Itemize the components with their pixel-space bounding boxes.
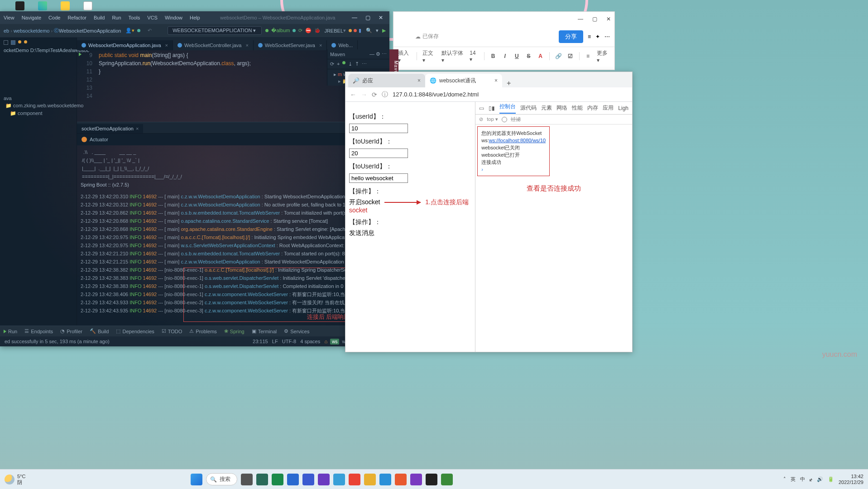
task-icon[interactable]: ☑ (567, 53, 574, 60)
more-dropdown[interactable]: 更多 ▾ (597, 49, 610, 63)
italic-icon[interactable]: I (502, 53, 508, 60)
tool-profiler[interactable]: ◔ Profiler (60, 328, 82, 334)
headings-icon[interactable]: ≡ (588, 34, 591, 40)
send-msg-button[interactable]: 发送消息 (349, 229, 471, 237)
line-sep[interactable]: LF (272, 339, 278, 344)
userid-input[interactable] (349, 124, 408, 133)
close-icon[interactable]: × (494, 77, 498, 84)
tool-run[interactable]: Run (4, 329, 17, 334)
browser-tab[interactable]: 🔎必应× (348, 74, 425, 87)
context-selector[interactable]: top ▾ (487, 116, 498, 122)
taskbar-app-icon[interactable] (272, 474, 283, 485)
ai-icon[interactable]: ✦ (595, 34, 600, 40)
tool-endpoints[interactable]: ☰ Endpoints (24, 328, 53, 334)
taskbar-app-icon[interactable] (441, 474, 453, 485)
device-icon[interactable]: ▯▮ (489, 105, 495, 111)
close-icon[interactable]: ✕ (379, 14, 383, 21)
system-tray[interactable]: ˄ 英 中 ⸙ 🔊 🔋 13:422022/12/29 (783, 474, 863, 485)
taskbar-app-icon[interactable] (241, 474, 253, 485)
devtools-tab-app[interactable]: 应用 (603, 104, 614, 112)
tool-todo[interactable]: ☑ TODO (162, 328, 182, 334)
link-icon[interactable]: 🔗 (555, 53, 562, 60)
more-icon[interactable]: ⋯ (604, 34, 610, 40)
filter-input[interactable]: 过滤 (511, 116, 521, 123)
inspect-icon[interactable]: ▭ (479, 105, 484, 111)
start-button[interactable] (191, 474, 202, 485)
actuator-bar[interactable]: Actuator (77, 134, 389, 145)
ime-lang[interactable]: 英 (791, 476, 796, 483)
strike-icon[interactable]: S (525, 53, 532, 60)
info-icon[interactable]: ⓘ (382, 91, 388, 99)
minimize-icon[interactable]: — (578, 16, 583, 22)
taskbar-search[interactable]: 🔍 搜索 (206, 473, 237, 485)
encoding[interactable]: UTF-8 (282, 339, 296, 344)
indent[interactable]: 4 spaces (300, 339, 320, 344)
clock[interactable]: 13:422022/12/29 (839, 474, 863, 485)
taskbar-app-icon[interactable] (410, 474, 422, 485)
taskbar-app-icon[interactable] (287, 474, 299, 485)
style-dropdown[interactable]: 正文 ▾ (422, 49, 436, 63)
reload-icon[interactable]: ⟳ (372, 91, 377, 98)
menu-window[interactable]: Window (161, 15, 186, 20)
close-icon[interactable]: × (136, 126, 139, 131)
weather-widget[interactable]: 5°C阴 (5, 474, 25, 485)
font-dropdown[interactable]: 默认字体 ▾ (441, 49, 465, 63)
run-icon[interactable] (265, 29, 269, 32)
close-icon[interactable]: × (417, 77, 421, 84)
tool-build[interactable]: 🔨 Build (90, 328, 109, 334)
maximize-icon[interactable]: ▢ (365, 14, 370, 21)
editor-tab[interactable]: Web... (327, 40, 358, 50)
desktop-app-icon[interactable] (61, 1, 70, 10)
new-tab-button[interactable]: + (502, 79, 515, 87)
maximize-icon[interactable]: ▢ (592, 16, 597, 22)
tool-spring[interactable]: ❀ Spring (224, 328, 245, 334)
url-input[interactable] (393, 91, 628, 98)
volume-icon[interactable]: 🔊 (817, 476, 823, 482)
open-socket-button[interactable]: 开启socket (349, 198, 380, 206)
menu-navigate[interactable]: Navigate (18, 15, 45, 20)
devtools-tab-elements[interactable]: 元素 (541, 104, 552, 112)
breadcrumb[interactable]: WebsocketDemoApplication (59, 28, 121, 34)
devtools-tab-perf[interactable]: 性能 (572, 104, 583, 112)
breadcrumb[interactable]: eb (4, 28, 9, 34)
tool-terminal[interactable]: ▣ Terminal (252, 328, 277, 334)
menu-run[interactable]: Run (108, 15, 125, 20)
tree-item[interactable]: 📁 component (2, 110, 75, 117)
forward-icon[interactable]: → (361, 91, 367, 98)
tree-item[interactable]: ava (2, 95, 75, 102)
devtools-tab-network[interactable]: 网络 (556, 104, 567, 112)
jrebel-run-icon[interactable]: ▶ (382, 28, 386, 34)
menu-code[interactable]: Code (45, 15, 64, 20)
chevron-up-icon[interactable]: ˄ (783, 476, 786, 482)
taskbar-app-icon[interactable] (379, 474, 391, 485)
project-tree[interactable]: ocketDemo D:\Temp\TestAdea\websoc ava 📁 … (0, 38, 77, 326)
taskbar-app-icon[interactable] (302, 474, 314, 485)
taskbar-app-icon[interactable] (333, 474, 345, 485)
eye-icon[interactable] (502, 117, 507, 122)
ime-mode[interactable]: 中 (800, 476, 805, 483)
debug-icon[interactable]: �album (271, 28, 290, 34)
close-icon[interactable]: ✕ (606, 16, 611, 22)
close-icon[interactable]: × (245, 43, 248, 48)
size-dropdown[interactable]: 14 ▾ (470, 50, 479, 62)
search-icon[interactable]: 🔍 (366, 28, 372, 34)
list-icon[interactable]: ≡ (585, 53, 591, 60)
menu-vcs[interactable]: VCS (144, 15, 161, 20)
desktop-app-icon[interactable] (38, 1, 47, 10)
devtools-tab-console[interactable]: 控制台 (499, 103, 516, 114)
taskbar-app-icon[interactable] (256, 474, 268, 485)
menu-build[interactable]: Build (90, 15, 108, 20)
bold-icon[interactable]: B (490, 53, 496, 60)
run-console[interactable]: .\\ . ____ __ __ _ /( ( )\\___ | '_ | '_… (77, 145, 389, 326)
close-icon[interactable]: × (319, 43, 322, 48)
insert-dropdown[interactable]: 插入 ▾ (398, 49, 411, 63)
touserid-input[interactable] (349, 149, 408, 158)
editor-tab[interactable]: WebSocketController.java× (173, 40, 254, 50)
taskbar-app-icon[interactable] (395, 474, 407, 485)
back-icon[interactable]: ← (350, 91, 356, 98)
devtools-tab-light[interactable]: Ligh (618, 105, 628, 111)
run-tab[interactable]: socketDemoApplication× (77, 124, 143, 133)
devtools-tab-memory[interactable]: 内存 (587, 104, 598, 112)
taskbar-app-icon[interactable] (318, 474, 330, 485)
editor-tab[interactable]: WebsocketDemoApplication.java× (77, 40, 173, 50)
